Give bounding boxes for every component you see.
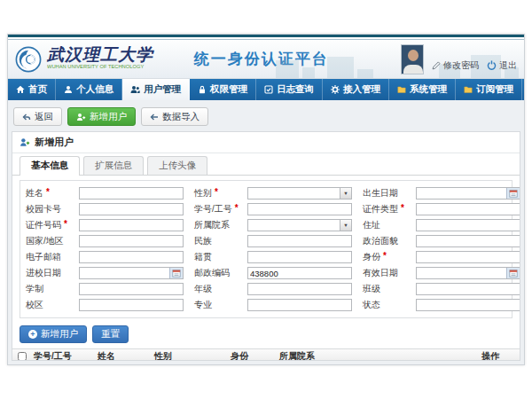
- data-import-button[interactable]: 数据导入: [141, 107, 208, 126]
- field-label: 年级: [194, 283, 212, 295]
- field-label: 进校日期: [26, 267, 61, 279]
- col-student-id: 学号/工号: [32, 350, 96, 361]
- nav-item-access-management[interactable]: 接入管理: [323, 79, 389, 100]
- col-identity: 身份: [229, 350, 278, 361]
- pencil-icon: [432, 61, 441, 70]
- back-button[interactable]: 返回: [13, 107, 62, 126]
- folder-icon: [397, 85, 406, 94]
- education-length-input[interactable]: [80, 284, 183, 294]
- reset-button[interactable]: 重置: [92, 325, 129, 343]
- form-field: 籍贯: [194, 250, 352, 264]
- lock-icon: [198, 85, 207, 94]
- required-asterisk: *: [215, 187, 218, 200]
- field-label: 有效日期: [363, 267, 398, 279]
- field-label: 所属院系: [194, 219, 230, 231]
- change-password-link[interactable]: 修改密码: [432, 59, 479, 72]
- class-input[interactable]: [417, 284, 520, 294]
- form-field: 政治面貌: [363, 234, 520, 248]
- status-input[interactable]: [417, 300, 520, 310]
- nav-item-permission-management[interactable]: 权限管理: [190, 79, 256, 100]
- address-input[interactable]: [417, 220, 520, 231]
- header: 武汉理工大学 WUHAN UNIVERSITY OF TECHNOLOGY 统一…: [8, 39, 524, 79]
- country-region-input[interactable]: [80, 236, 183, 246]
- nav-item-user-management[interactable]: 用户管理: [122, 79, 190, 100]
- field-label: 学号/工号: [194, 203, 232, 215]
- field-label: 身份: [363, 251, 380, 263]
- col-department: 所属院系: [278, 350, 480, 361]
- logout-link[interactable]: 退出: [487, 59, 517, 72]
- dropdown-arrow-icon[interactable]: [340, 188, 351, 199]
- nav-item-log-query[interactable]: 日志查询: [256, 79, 323, 100]
- native-place-input[interactable]: [248, 252, 351, 262]
- user-avatar[interactable]: [401, 44, 424, 74]
- form-field: 年级: [194, 282, 352, 296]
- basic-info-form: 姓名* 性别* 出生日期 校园卡号 学号/工号*: [20, 180, 512, 318]
- major-input[interactable]: [248, 300, 351, 310]
- tab-basic-info[interactable]: 基本信息: [20, 156, 80, 176]
- university-name-en: WUHAN UNIVERSITY OF TECHNOLOGY: [47, 65, 144, 70]
- calendar-icon[interactable]: [506, 188, 520, 199]
- grade-input[interactable]: [248, 284, 351, 294]
- form-field: 所属院系: [194, 218, 352, 232]
- calendar-icon[interactable]: [169, 268, 183, 278]
- required-asterisk: *: [383, 251, 387, 263]
- field-label: 班级: [363, 283, 380, 295]
- political-status-input[interactable]: [417, 236, 520, 246]
- form-field: 班级: [363, 282, 520, 296]
- dropdown-arrow-icon[interactable]: [340, 220, 351, 231]
- entry-date-input[interactable]: [80, 268, 169, 278]
- tab-strip: 基本信息 扩展信息 上传头像: [12, 153, 520, 176]
- section-title: 新增用户: [35, 136, 74, 149]
- ethnicity-input[interactable]: [248, 236, 351, 246]
- calendar-icon[interactable]: [506, 268, 520, 278]
- section-header: 新增用户: [12, 132, 520, 153]
- nav-item-home[interactable]: 首页: [8, 79, 56, 100]
- tab-upload-avatar[interactable]: 上传头像: [147, 156, 207, 175]
- university-logo-icon: [15, 46, 42, 73]
- reset-label: 重置: [101, 328, 120, 340]
- submit-label: 新增用户: [41, 328, 78, 340]
- gender-select[interactable]: [248, 188, 340, 199]
- select-all-checkbox[interactable]: [18, 352, 27, 361]
- tab-extended-info[interactable]: 扩展信息: [83, 156, 144, 175]
- id-type-input[interactable]: [417, 204, 520, 215]
- birth-date-input[interactable]: [417, 188, 506, 199]
- campus-input[interactable]: [80, 300, 183, 310]
- postal-code-input[interactable]: [248, 268, 351, 278]
- id-number-input[interactable]: [80, 220, 183, 231]
- nav-item-system-management[interactable]: 系统管理: [389, 79, 456, 100]
- field-label: 电子邮箱: [26, 251, 61, 263]
- form-actions: 新增用户 重置: [12, 322, 520, 348]
- add-user-toolbar-button[interactable]: 新增用户: [67, 107, 136, 126]
- identity-input[interactable]: [417, 252, 520, 262]
- form-field: 邮政编码: [194, 266, 352, 280]
- student-id-input[interactable]: [248, 204, 351, 215]
- department-select[interactable]: [248, 220, 340, 231]
- users-icon: [130, 85, 140, 94]
- submit-add-user-button[interactable]: 新增用户: [20, 325, 87, 343]
- valid-date-input[interactable]: [417, 268, 506, 278]
- home-icon: [16, 85, 25, 94]
- field-label: 校区: [26, 299, 43, 311]
- form-field: 国家/地区: [26, 234, 184, 248]
- add-user-panel: 新增用户 基本信息 扩展信息 上传头像 姓名* 性别* 出生日期: [12, 131, 520, 361]
- field-label: 姓名: [26, 187, 43, 200]
- logout-label: 退出: [499, 59, 517, 72]
- required-asterisk: *: [64, 219, 67, 231]
- form-field: 校区: [26, 298, 184, 312]
- field-label: 政治面貌: [363, 235, 398, 247]
- email-input[interactable]: [80, 252, 183, 262]
- plus-circle-icon: [28, 330, 37, 339]
- nav-item-subscription-management[interactable]: 订阅管理: [456, 79, 522, 100]
- required-asterisk: *: [46, 187, 50, 200]
- nav-item-personal-info[interactable]: 个人信息: [56, 79, 122, 100]
- campus-card-input[interactable]: [80, 204, 183, 215]
- form-field: 民族: [194, 234, 352, 248]
- import-arrow-icon: [150, 113, 159, 121]
- form-field: 校园卡号: [26, 202, 184, 216]
- name-input[interactable]: [80, 188, 183, 199]
- field-label: 证件号码: [26, 219, 61, 231]
- gear-icon: [331, 85, 340, 94]
- form-field: 证件类型*: [363, 202, 520, 216]
- field-label: 住址: [363, 219, 380, 231]
